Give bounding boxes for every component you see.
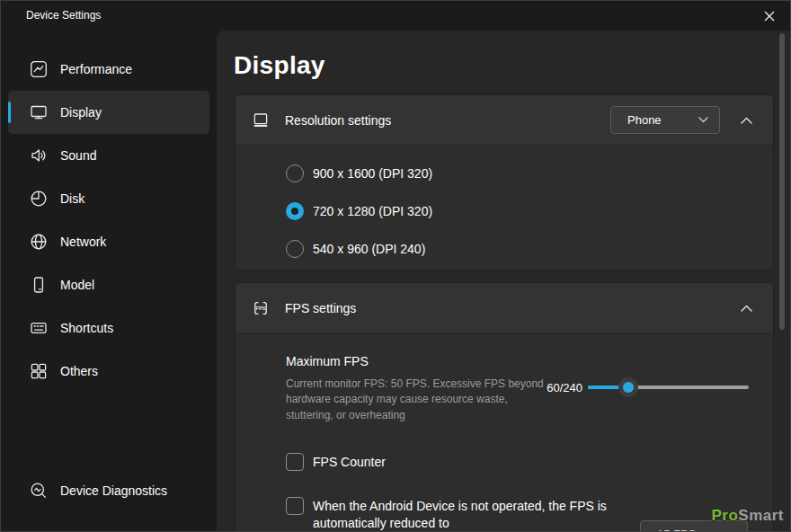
- sidebar-footer: Device Diagnostics: [1, 469, 217, 512]
- resolution-settings-card: Resolution settings Phone 900 x 1600 (DP…: [235, 94, 774, 270]
- auto-reduce-label: When the Android Device is not operated,…: [313, 497, 623, 531]
- sidebar-item-others[interactable]: Others: [8, 350, 209, 393]
- radio-label: 900 x 1600 (DPI 320): [313, 166, 432, 181]
- sidebar-item-device-diagnostics[interactable]: Device Diagnostics: [8, 469, 209, 512]
- radio-label: 720 x 1280 (DPI 320): [313, 204, 432, 218]
- fps-icon: FPS: [252, 299, 270, 317]
- device-settings-window: Device Settings Performance Display: [0, 0, 791, 532]
- sound-speaker-icon: [30, 146, 48, 164]
- auto-reduce-checkbox[interactable]: [286, 497, 304, 515]
- sidebar-item-display[interactable]: Display: [8, 91, 209, 134]
- vertical-scrollbar[interactable]: [779, 33, 785, 330]
- main-content: Display Resolution settings Phone: [217, 31, 790, 531]
- active-indicator: [8, 102, 11, 123]
- close-icon: [764, 11, 775, 22]
- disk-pie-icon: [30, 190, 48, 208]
- watermark-smart: Smart: [738, 507, 784, 524]
- sidebar-item-label: Sound: [60, 148, 96, 163]
- resolution-option-720x1280[interactable]: 720 x 1280 (DPI 320): [236, 192, 773, 230]
- sidebar: Performance Display Sound: [1, 31, 217, 531]
- sidebar-item-label: Shortcuts: [60, 321, 113, 335]
- fps-settings-card: FPS FPS settings Maximum FPS Current mon…: [235, 282, 774, 531]
- maximum-fps-description: Current monitor FPS: 50 FPS. Excessive F…: [286, 377, 548, 423]
- resolution-icon: [252, 111, 270, 129]
- page-title: Display: [234, 51, 325, 80]
- device-type-dropdown[interactable]: Phone: [610, 106, 720, 134]
- section-title: Resolution settings: [285, 113, 610, 128]
- sidebar-item-label: Performance: [60, 62, 132, 76]
- chevron-down-icon: [698, 117, 708, 123]
- fps-slider[interactable]: [588, 386, 749, 389]
- section-title: FPS settings: [285, 301, 733, 315]
- fps-settings-body: Maximum FPS Current monitor FPS: 50 FPS.…: [236, 334, 773, 531]
- sidebar-item-model[interactable]: Model: [8, 263, 209, 306]
- sidebar-item-network[interactable]: Network: [8, 220, 209, 263]
- display-monitor-icon: [30, 103, 48, 121]
- network-globe-icon: [30, 233, 48, 251]
- collapse-resolution-button[interactable]: [733, 108, 759, 133]
- window-title: Device Settings: [26, 9, 101, 22]
- radio-label: 540 x 960 (DPI 240): [313, 242, 425, 256]
- fps-slider-value: 60/240: [530, 381, 582, 395]
- device-type-value: Phone: [627, 113, 698, 127]
- model-phone-icon: [30, 276, 48, 294]
- sidebar-item-shortcuts[interactable]: Shortcuts: [8, 306, 209, 350]
- close-button[interactable]: [749, 1, 790, 31]
- diagnostics-magnifier-icon: [30, 482, 48, 500]
- shortcuts-keyboard-icon: [30, 319, 48, 337]
- radio-icon: [286, 240, 304, 258]
- fps-counter-label: FPS Counter: [313, 453, 386, 471]
- reduced-fps-value: 15 FPS: [657, 528, 726, 531]
- fps-slider-thumb[interactable]: [618, 377, 638, 397]
- sidebar-item-label: Display: [60, 105, 102, 120]
- fps-counter-row[interactable]: FPS Counter: [286, 453, 386, 471]
- others-grid-icon: [30, 362, 48, 380]
- chevron-up-icon: [741, 117, 752, 124]
- titlebar: Device Settings: [1, 1, 790, 31]
- watermark-pro: Pro: [711, 507, 738, 524]
- sidebar-nav-list: Performance Display Sound: [1, 48, 217, 393]
- sidebar-item-label: Device Diagnostics: [60, 483, 167, 498]
- sidebar-item-label: Network: [60, 235, 106, 249]
- auto-reduce-fps-row[interactable]: When the Android Device is not operated,…: [286, 497, 623, 531]
- sidebar-item-label: Model: [60, 278, 94, 292]
- sidebar-item-disk[interactable]: Disk: [8, 177, 209, 220]
- sidebar-item-performance[interactable]: Performance: [8, 48, 209, 91]
- sidebar-item-sound[interactable]: Sound: [8, 134, 209, 177]
- fps-settings-header[interactable]: FPS FPS settings: [236, 283, 773, 334]
- resolution-options: 900 x 1600 (DPI 320) 720 x 1280 (DPI 320…: [236, 146, 773, 268]
- fps-slider-fill: [588, 386, 628, 389]
- resolution-settings-header[interactable]: Resolution settings Phone: [236, 95, 773, 146]
- sidebar-item-label: Others: [60, 364, 98, 378]
- radio-icon-selected: [286, 202, 304, 220]
- prosmart-watermark: ProSmart: [711, 507, 784, 525]
- maximum-fps-label: Maximum FPS: [286, 354, 369, 368]
- resolution-option-540x960[interactable]: 540 x 960 (DPI 240): [236, 230, 773, 268]
- fps-counter-checkbox[interactable]: [286, 453, 304, 471]
- svg-text:FPS: FPS: [256, 306, 266, 311]
- resolution-option-900x1600[interactable]: 900 x 1600 (DPI 320): [236, 155, 773, 192]
- sidebar-item-label: Disk: [60, 191, 84, 206]
- radio-icon: [286, 164, 304, 182]
- collapse-fps-button[interactable]: [733, 296, 759, 321]
- chevron-up-icon: [741, 305, 752, 312]
- performance-chart-icon: [30, 60, 48, 78]
